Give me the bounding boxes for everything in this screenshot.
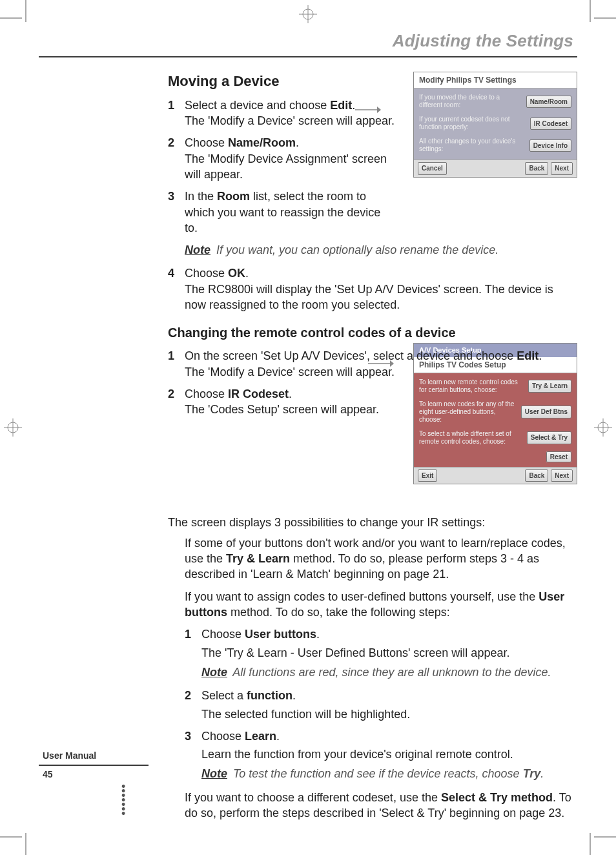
text: . xyxy=(276,730,280,743)
page-section-title: Adjusting the Settings xyxy=(39,30,577,52)
note-label: Note xyxy=(201,666,227,679)
note-text: All functions are red, since they are al… xyxy=(230,666,551,679)
crop-mark xyxy=(0,17,22,19)
text-bold: Name/Room xyxy=(228,136,296,149)
text: Select a device and choose xyxy=(185,99,330,112)
note: Note To test the function and see if the… xyxy=(201,766,577,781)
user-manual-label: User Manual xyxy=(39,747,149,765)
text: Choose xyxy=(201,730,245,743)
text-bold: Select & Try method xyxy=(441,791,553,804)
text: Choose xyxy=(185,136,228,149)
text: Choose xyxy=(201,628,245,641)
paragraph: If you want to assign codes to user-defi… xyxy=(168,589,577,621)
text: The 'Modify a Device' screen will appear… xyxy=(185,114,395,127)
crop-mark xyxy=(590,0,591,22)
text: . xyxy=(352,99,355,112)
figure-button-next: Next xyxy=(551,469,573,482)
step-text: Learn the function from your device's or… xyxy=(201,747,577,762)
step-number: 2 xyxy=(185,688,191,703)
registration-mark-icon xyxy=(4,418,22,437)
note-label: Note xyxy=(185,243,210,256)
text: Choose xyxy=(185,267,228,280)
text: The 'Codes Setup' screen will appear. xyxy=(185,403,379,416)
crop-mark xyxy=(0,836,22,838)
figure-button-back: Back xyxy=(525,469,548,482)
text: method. To do so, take the following ste… xyxy=(227,606,450,619)
text: . xyxy=(293,689,296,702)
registration-mark-icon xyxy=(594,418,612,437)
note-text: . xyxy=(540,767,544,780)
step-text: In the Room list, select the room to whi… xyxy=(185,189,382,236)
crop-mark xyxy=(594,17,616,19)
figure-text: To select a whole different set of remot… xyxy=(419,430,523,446)
text: . xyxy=(539,349,542,362)
text: Select a xyxy=(201,689,247,702)
step-number: 2 xyxy=(168,386,174,402)
step-text: Select a function. xyxy=(201,688,577,703)
step-number: 1 xyxy=(168,348,174,364)
note-label: Note xyxy=(201,767,227,780)
text: Choose xyxy=(185,387,228,400)
step-number: 1 xyxy=(185,626,191,642)
header-rule xyxy=(39,56,577,57)
text-bold: Learn xyxy=(245,730,276,743)
text: . xyxy=(316,628,320,641)
text-bold: Try & Learn xyxy=(226,552,290,565)
text: On the screen 'Set Up A/V Devices', sele… xyxy=(185,349,517,362)
text: The 'Modify Device Assignment' screen wi… xyxy=(185,152,387,181)
text-bold: Room xyxy=(217,190,250,203)
text: In the xyxy=(185,190,217,203)
note: Note If you want, you can optionally als… xyxy=(168,242,577,258)
sidebar-footer: User Manual 45 ••••••• xyxy=(39,747,149,816)
text: . xyxy=(289,387,292,400)
text-bold: IR Codeset xyxy=(228,387,289,400)
text: The RC9800i will display the 'Set Up A/V… xyxy=(185,283,553,311)
note-text: If you want, you can optionally also ren… xyxy=(213,243,498,256)
text: The 'Modify a Device' screen will appear… xyxy=(185,366,395,378)
step-number: 3 xyxy=(185,728,191,744)
text-bold: Edit xyxy=(330,99,352,112)
figure-button-exit: Exit xyxy=(418,469,437,482)
note-text: To test the function and see if the devi… xyxy=(230,767,523,780)
paragraph: The screen displays 3 possibilities to c… xyxy=(168,515,577,530)
text-bold: Try xyxy=(523,767,541,780)
step-number: 2 xyxy=(168,135,174,150)
paragraph: If you want to choose a different codese… xyxy=(168,790,577,821)
crop-mark xyxy=(25,833,26,855)
registration-mark-icon xyxy=(299,5,317,23)
text-bold: OK xyxy=(228,267,245,280)
step-number: 1 xyxy=(168,98,174,113)
text: If you want to choose a different codese… xyxy=(185,791,441,804)
text-bold: Edit xyxy=(517,349,539,362)
text: . xyxy=(296,136,299,149)
text: If you want to assign codes to user-defi… xyxy=(185,590,539,603)
divider xyxy=(39,765,149,766)
text: . xyxy=(245,267,249,280)
figure-button-select-try: Select & Try xyxy=(527,431,571,444)
text-bold: function xyxy=(247,689,293,702)
page-number: 45 xyxy=(39,768,149,781)
step-text: Choose User buttons. xyxy=(201,626,577,642)
step-text: The 'Try & Learn - User Defined Buttons'… xyxy=(201,645,577,661)
step-text: On the screen 'Set Up A/V Devices', sele… xyxy=(185,348,577,380)
crop-mark xyxy=(594,836,616,838)
step-text: Choose IR Codeset. The 'Codes Setup' scr… xyxy=(185,386,385,418)
step-text: Select a device and choose Edit. The 'Mo… xyxy=(185,98,404,129)
step-text: Choose OK. The RC9800i will display the … xyxy=(185,265,577,313)
step-text: Choose Name/Room. The 'Modify Device Ass… xyxy=(185,135,398,182)
figure-button-reset: Reset xyxy=(546,451,571,462)
note: Note All functions are red, since they a… xyxy=(201,664,577,680)
crop-mark xyxy=(590,833,591,855)
text-bold: User buttons xyxy=(245,628,316,641)
figure-title: Modify Philips TV Settings xyxy=(414,72,577,88)
step-number: 4 xyxy=(168,265,174,281)
paragraph: If some of your buttons don't work and/o… xyxy=(168,535,577,582)
step-text: Choose Learn. xyxy=(201,728,577,744)
decorative-dots-icon: ••••••• xyxy=(39,785,149,816)
step-text: The selected function will be highlighte… xyxy=(201,706,577,722)
heading-changing-codes: Changing the remote control codes of a d… xyxy=(168,324,577,342)
crop-mark xyxy=(25,0,26,22)
step-number: 3 xyxy=(168,189,174,204)
